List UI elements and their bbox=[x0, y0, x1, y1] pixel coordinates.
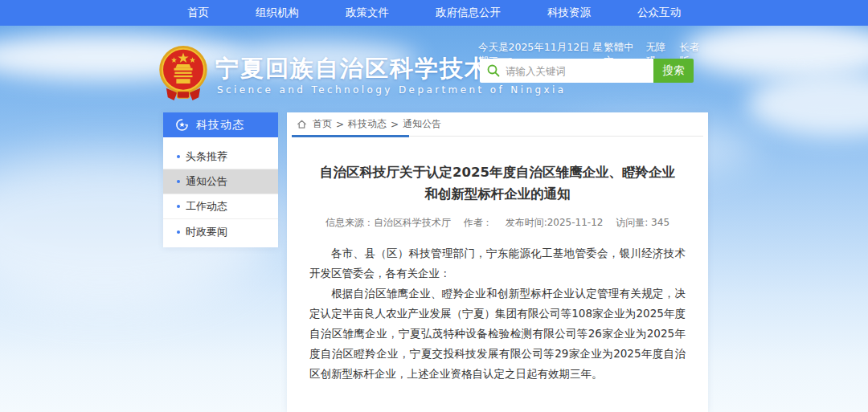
breadcrumb-separator: > bbox=[391, 119, 399, 130]
bullet-dot-icon bbox=[177, 155, 180, 158]
top-nav: 首页 组织机构 政策文件 政府信息公开 科技资源 公众互动 bbox=[0, 0, 868, 26]
sidebar-item-political-news[interactable]: 时政要闻 bbox=[163, 219, 278, 244]
meta-author: 作者： bbox=[464, 217, 493, 228]
sidebar-item-notices[interactable]: 通知公告 bbox=[163, 169, 278, 194]
breadcrumb-home[interactable]: 首页 bbox=[313, 117, 332, 131]
sidebar-item-label: 通知公告 bbox=[186, 174, 227, 189]
nav-item-policy-documents[interactable]: 政策文件 bbox=[346, 6, 389, 20]
cloud-decoration bbox=[747, 72, 868, 137]
search-input[interactable] bbox=[480, 59, 653, 83]
meta-source: 信息来源：自治区科学技术厅 bbox=[326, 217, 451, 228]
sidebar-item-headlines[interactable]: 头条推荐 bbox=[163, 145, 278, 169]
search-button[interactable]: 搜索 bbox=[653, 59, 694, 83]
sidebar-item-label: 头条推荐 bbox=[186, 149, 227, 164]
nav-item-home[interactable]: 首页 bbox=[187, 6, 209, 20]
article-title-line1: 自治区科技厅关于认定2025年度自治区雏鹰企业、瞪羚企业 bbox=[303, 161, 692, 183]
meta-views: 访问量: 345 bbox=[616, 217, 669, 228]
sidebar-header: 科技动态 bbox=[163, 112, 278, 137]
national-emblem-logo bbox=[158, 45, 208, 102]
home-icon bbox=[297, 119, 307, 129]
bullet-dot-icon bbox=[177, 180, 180, 183]
star-circle-icon bbox=[175, 118, 189, 132]
sidebar-tech-news: 科技动态 头条推荐 通知公告 工作动态 时政要闻 bbox=[163, 112, 278, 247]
nav-item-gov-info-disclosure[interactable]: 政府信息公开 bbox=[436, 6, 501, 20]
breadcrumb-tech-news[interactable]: 科技动态 bbox=[348, 117, 387, 131]
meta-publish-time: 发布时间:2025-11-12 bbox=[506, 217, 604, 228]
search-bar: 搜索 bbox=[480, 59, 694, 83]
article-panel: 首页 > 科技动态 > 通知公告 自治区科技厅关于认定2025年度自治区雏鹰企业… bbox=[287, 112, 708, 412]
breadcrumb-current: 通知公告 bbox=[403, 117, 441, 131]
article-title-line2: 和创新型标杆企业的通知 bbox=[303, 183, 692, 205]
sidebar-item-label: 时政要闻 bbox=[186, 225, 227, 239]
article-body: 各市、县（区）科技管理部门，宁东能源化工基地管委会，银川经济技术开发区管委会，各… bbox=[287, 243, 708, 384]
article-title: 自治区科技厅关于认定2025年度自治区雏鹰企业、瞪羚企业 和创新型标杆企业的通知 bbox=[287, 161, 708, 205]
sidebar-list: 头条推荐 通知公告 工作动态 时政要闻 bbox=[163, 137, 278, 244]
site-subtitle: Science and Technology Department of Nin… bbox=[217, 84, 567, 96]
nav-item-tech-resources[interactable]: 科技资源 bbox=[547, 6, 591, 20]
site-title: 宁夏回族自治区科学技术厅 bbox=[215, 53, 514, 85]
body-paragraph: 各市、县（区）科技管理部门，宁东能源化工基地管委会，银川经济技术开发区管委会，各… bbox=[309, 243, 686, 284]
search-icon bbox=[487, 64, 500, 77]
bullet-dot-icon bbox=[177, 230, 180, 234]
nav-item-public-interaction[interactable]: 公众互动 bbox=[637, 6, 681, 20]
body-paragraph: 根据自治区雏鹰企业、瞪羚企业和创新型标杆企业认定管理有关规定，决定认定半亩良人农… bbox=[309, 284, 686, 384]
sidebar-item-work-updates[interactable]: 工作动态 bbox=[163, 194, 278, 219]
sidebar-title: 科技动态 bbox=[196, 118, 244, 133]
breadcrumb-separator: > bbox=[336, 119, 344, 130]
search-box bbox=[480, 59, 653, 83]
breadcrumb: 首页 > 科技动态 > 通知公告 bbox=[292, 112, 703, 137]
nav-item-organization[interactable]: 组织机构 bbox=[256, 6, 299, 20]
article-meta: 信息来源：自治区科学技术厅 作者： 发布时间:2025-11-12 访问量: 3… bbox=[287, 216, 708, 230]
cloud-decoration bbox=[683, 22, 868, 79]
bullet-dot-icon bbox=[177, 205, 180, 208]
sidebar-item-label: 工作动态 bbox=[186, 199, 227, 214]
